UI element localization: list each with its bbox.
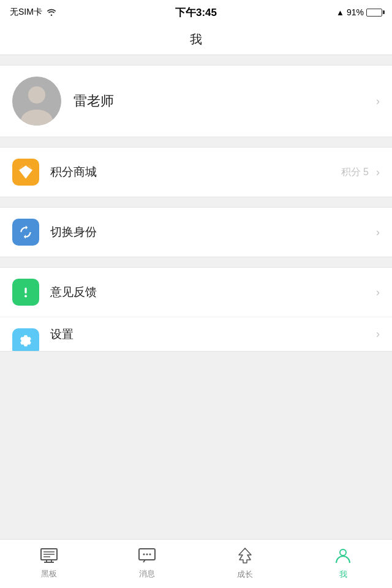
points-mall-section: 积分商城 积分 5 › [0, 147, 392, 197]
tab-me-label: 我 [339, 569, 347, 580]
tab-blackboard-label: 黑板 [41, 568, 57, 579]
message-icon [138, 548, 156, 565]
person-icon [334, 548, 352, 566]
tab-blackboard[interactable]: 黑板 [0, 540, 98, 588]
settings-label: 设置 [50, 326, 371, 342]
svg-point-18 [340, 549, 346, 556]
svg-point-1 [28, 86, 45, 104]
svg-point-15 [149, 554, 151, 556]
switch-identity-section: 切换身份 › [0, 207, 392, 257]
battery-percent: 91% [347, 7, 364, 17]
battery-icon [366, 9, 382, 17]
svg-point-13 [143, 554, 145, 556]
status-right: ▲ 91% [336, 7, 382, 17]
page-title: 我 [190, 31, 202, 48]
tab-bar: 黑板 消息 成长 我 [0, 539, 392, 588]
tab-growth-label: 成长 [237, 569, 253, 580]
avatar [12, 77, 61, 126]
tab-growth[interactable]: 成长 [196, 540, 294, 588]
switch-identity-row[interactable]: 切换身份 › [0, 208, 392, 257]
profile-name: 雷老师 [74, 92, 371, 110]
switch-identity-label: 切换身份 [50, 224, 371, 240]
section-gap-4 [0, 257, 392, 267]
svg-point-4 [24, 295, 27, 298]
switch-identity-chevron-icon: › [376, 226, 380, 239]
status-bar: 无SIM卡 下午3:45 ▲ 91% [0, 0, 392, 24]
settings-row[interactable]: 设置 › [0, 317, 392, 351]
profile-chevron-icon: › [376, 95, 380, 108]
status-left: 无SIM卡 [10, 7, 57, 18]
feedback-chevron-icon: › [376, 286, 380, 299]
section-gap-2 [0, 137, 392, 147]
wifi-icon [46, 7, 57, 18]
feedback-settings-section: 意见反馈 › 设置 › [0, 267, 392, 352]
profile-section[interactable]: 雷老师 › [0, 65, 392, 137]
section-gap-1 [0, 55, 392, 65]
diamond-icon [12, 159, 39, 186]
gear-icon [12, 328, 39, 351]
title-bar: 我 [0, 24, 392, 55]
status-time: 下午3:45 [175, 6, 217, 20]
svg-marker-17 [239, 548, 251, 563]
points-mall-chevron-icon: › [376, 166, 380, 179]
points-extra: 积分 5 [341, 166, 369, 179]
section-gap-3 [0, 197, 392, 207]
carrier-label: 无SIM卡 [10, 7, 42, 18]
tab-messages[interactable]: 消息 [98, 540, 196, 588]
profile-row[interactable]: 雷老师 › [0, 66, 392, 137]
exclamation-icon [12, 279, 39, 306]
points-mall-label: 积分商城 [50, 164, 341, 180]
switch-icon [12, 219, 39, 246]
svg-point-14 [146, 554, 148, 556]
tab-me[interactable]: 我 [294, 540, 392, 588]
svg-rect-3 [24, 287, 26, 293]
tree-icon [236, 548, 254, 566]
location-icon: ▲ [336, 8, 344, 17]
avatar-svg [12, 77, 61, 126]
feedback-label: 意见反馈 [50, 284, 371, 300]
blackboard-icon [40, 548, 58, 565]
settings-chevron-icon: › [376, 328, 380, 341]
tab-messages-label: 消息 [139, 568, 155, 579]
feedback-row[interactable]: 意见反馈 › [0, 268, 392, 317]
points-mall-row[interactable]: 积分商城 积分 5 › [0, 148, 392, 197]
